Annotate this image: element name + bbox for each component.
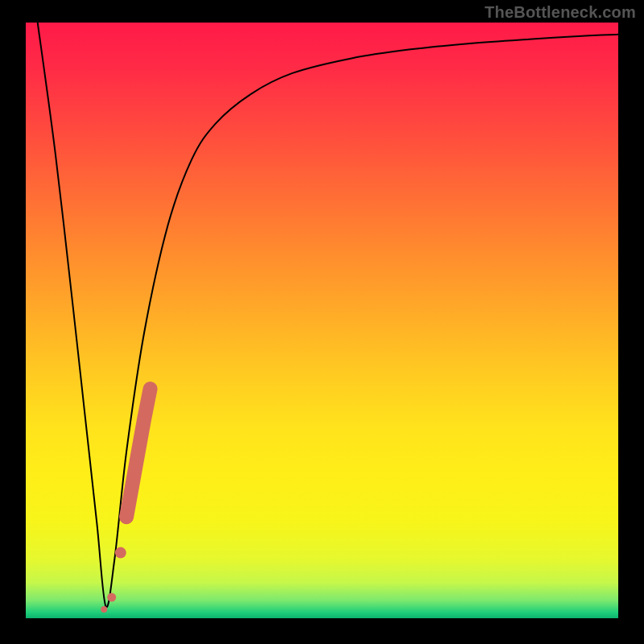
- highlight-band-lower: [101, 510, 133, 613]
- watermark-text: TheBottleneck.com: [485, 3, 636, 22]
- plot-area: [26, 23, 618, 618]
- highlight-dot: [101, 606, 107, 613]
- highlight-band-upper: [126, 389, 151, 517]
- highlight-dot: [120, 510, 134, 524]
- highlight-dot: [115, 547, 126, 559]
- highlight-dot: [107, 593, 116, 602]
- chart-svg: [26, 23, 618, 618]
- chart-frame: TheBottleneck.com: [0, 0, 644, 644]
